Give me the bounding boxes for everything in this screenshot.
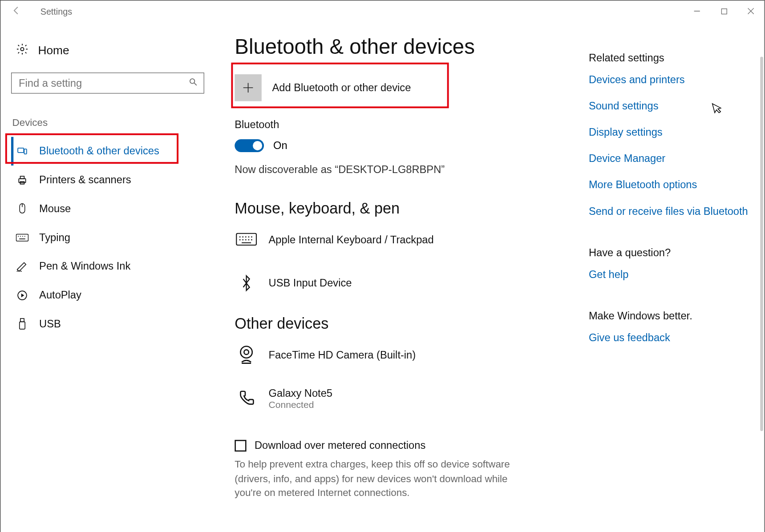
- link-display-settings[interactable]: Display settings: [589, 126, 753, 139]
- metered-label: Download over metered connections: [255, 439, 425, 452]
- sidebar-item-autoplay[interactable]: AutoPlay: [11, 281, 211, 309]
- device-status: Connected: [269, 399, 332, 410]
- back-icon[interactable]: [11, 5, 23, 17]
- section-mouse-keyboard: Mouse, keyboard, & pen: [235, 199, 565, 218]
- svg-rect-8: [20, 176, 24, 178]
- sidebar-item-bluetooth[interactable]: Bluetooth & other devices: [11, 137, 211, 165]
- nav-home-label: Home: [38, 44, 69, 57]
- sidebar-item-label: AutoPlay: [39, 289, 81, 302]
- device-name: Galaxy Note5: [269, 387, 332, 399]
- camera-icon: [235, 343, 258, 367]
- device-row[interactable]: Apple Internal Keyboard / Trackpad: [235, 228, 565, 252]
- sidebar-item-label: USB: [39, 318, 61, 330]
- device-name: FaceTime HD Camera (Built-in): [269, 349, 416, 361]
- sidebar-item-label: Typing: [39, 232, 70, 244]
- link-send-receive-bt[interactable]: Send or receive files via Bluetooth: [589, 206, 753, 218]
- svg-rect-5: [18, 148, 24, 152]
- svg-point-2: [20, 48, 24, 51]
- window-minimize[interactable]: [684, 2, 710, 20]
- sidebar-item-label: Mouse: [39, 203, 71, 215]
- usb-icon: [16, 318, 29, 330]
- sidebar-item-label: Pen & Windows Ink: [39, 260, 130, 273]
- phone-icon: [235, 387, 258, 410]
- bluetooth-icon: [235, 271, 258, 295]
- svg-line-4: [194, 83, 197, 85]
- link-more-bluetooth[interactable]: More Bluetooth options: [589, 179, 753, 191]
- svg-rect-6: [24, 149, 26, 153]
- bluetooth-toggle[interactable]: [235, 139, 264, 152]
- keyboard-icon: [235, 228, 258, 252]
- link-give-feedback[interactable]: Give us feedback: [589, 332, 753, 344]
- nav-section-header: Devices: [11, 117, 211, 137]
- main-content: Bluetooth & other devices Add Bluetooth …: [211, 22, 589, 532]
- sidebar-item-printers[interactable]: Printers & scanners: [11, 165, 211, 194]
- gear-icon: [16, 43, 29, 59]
- svg-rect-23: [236, 234, 256, 245]
- svg-rect-20: [20, 322, 25, 329]
- device-row[interactable]: Galaxy Note5 Connected: [235, 387, 565, 410]
- device-name: Apple Internal Keyboard / Trackpad: [269, 234, 434, 246]
- rail-question-heading: Have a question?: [589, 247, 753, 259]
- rail-feedback-heading: Make Windows better.: [589, 310, 753, 322]
- link-sound-settings[interactable]: Sound settings: [589, 100, 753, 113]
- nav-home[interactable]: Home: [11, 39, 211, 73]
- svg-rect-12: [16, 234, 28, 241]
- device-row[interactable]: USB Input Device: [235, 271, 565, 295]
- link-get-help[interactable]: Get help: [589, 269, 753, 281]
- add-device-button[interactable]: Add Bluetooth or other device: [235, 74, 451, 101]
- bluetooth-label: Bluetooth: [235, 119, 565, 131]
- autoplay-icon: [16, 289, 29, 301]
- device-name: USB Input Device: [269, 277, 352, 290]
- scrollbar[interactable]: [760, 57, 763, 431]
- sidebar-item-pen[interactable]: Pen & Windows Ink: [11, 252, 211, 281]
- sidebar-item-label: Bluetooth & other devices: [39, 145, 159, 157]
- toggle-state-label: On: [273, 140, 287, 152]
- svg-point-3: [190, 79, 195, 84]
- window-title: Settings: [40, 6, 72, 16]
- right-rail: Related settings Devices and printers So…: [589, 22, 765, 532]
- devices-icon: [16, 145, 29, 157]
- sidebar-item-mouse[interactable]: Mouse: [11, 194, 211, 224]
- svg-point-36: [244, 350, 249, 355]
- svg-rect-1: [721, 8, 727, 14]
- sidebar-item-usb[interactable]: USB: [11, 310, 211, 339]
- search-input[interactable]: [11, 73, 204, 93]
- sidebar-item-label: Printers & scanners: [39, 174, 131, 186]
- printer-icon: [16, 174, 29, 185]
- add-device-label: Add Bluetooth or other device: [272, 81, 411, 94]
- section-other-devices: Other devices: [235, 314, 565, 333]
- metered-checkbox[interactable]: [235, 439, 246, 451]
- window-close[interactable]: [737, 2, 764, 20]
- mouse-icon: [16, 202, 29, 215]
- keyboard-icon: [16, 233, 29, 242]
- plus-icon: [235, 74, 261, 101]
- svg-rect-19: [20, 318, 24, 322]
- link-devices-printers[interactable]: Devices and printers: [589, 74, 753, 86]
- discoverable-text: Now discoverable as “DESKTOP-LG8RBPN”: [235, 164, 565, 176]
- page-title: Bluetooth & other devices: [235, 35, 565, 59]
- window-maximize[interactable]: [710, 2, 737, 20]
- svg-point-35: [240, 346, 252, 358]
- rail-related-heading: Related settings: [589, 52, 753, 64]
- device-row[interactable]: FaceTime HD Camera (Built-in): [235, 343, 565, 367]
- metered-help-text: To help prevent extra charges, keep this…: [235, 457, 515, 500]
- search-field[interactable]: [17, 77, 188, 90]
- search-icon: [188, 77, 198, 89]
- link-device-manager[interactable]: Device Manager: [589, 153, 753, 165]
- sidebar-item-typing[interactable]: Typing: [11, 223, 211, 252]
- pen-icon: [16, 261, 29, 272]
- sidebar: Home Devices Bluetooth & other devices: [0, 22, 211, 532]
